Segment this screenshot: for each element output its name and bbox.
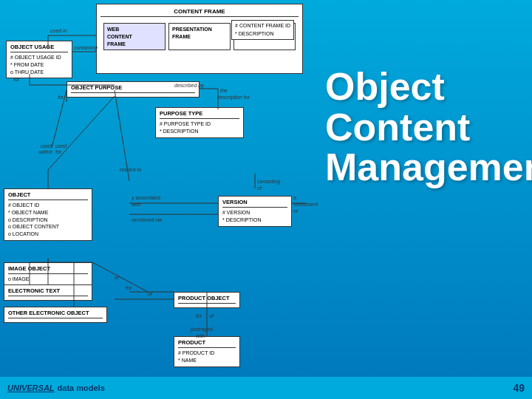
other-electronic-title: OTHER ELECTRONIC OBJECT — [8, 310, 103, 318]
svg-text:consisting: consisting — [257, 179, 280, 185]
purpose-type-title: PURPOSE TYPE — [160, 110, 239, 119]
svg-text:for: for — [126, 285, 132, 290]
product-object-box: PRODUCT OBJECT — [174, 292, 240, 308]
other-electronic-box: OTHER ELECTRONIC OBJECT — [4, 307, 107, 323]
content-frame-title: CONTENT FRAME — [100, 7, 299, 17]
object-box: OBJECT # OBJECT ID * OBJECT NAME o DESCR… — [4, 188, 92, 241]
big-title-line2: Content — [325, 107, 525, 148]
svg-line-20 — [115, 90, 129, 181]
version-box: VERSION # VERSION * DESCRIPTION — [218, 196, 292, 227]
svg-text:containing: containing — [74, 45, 98, 51]
content-frame-id-box: # CONTENT FRAME ID * DESCRIPTION — [231, 20, 294, 40]
big-title-line3: Management — [325, 147, 525, 188]
logo-data-models: data models — [58, 383, 105, 392]
object-attrs: # OBJECT ID * OBJECT NAME o DESCRIPTION … — [8, 202, 88, 238]
object-purpose-box: OBJECT PURPOSE — [66, 81, 200, 98]
electronic-text-box: ELECTRONIC TEXT — [4, 284, 92, 301]
product-attrs: # PRODUCT ID * NAME — [178, 349, 236, 364]
image-object-box: IMAGE OBJECT o IMAGE — [4, 262, 92, 286]
product-box: PRODUCT # PRODUCT ID * NAME — [174, 336, 240, 367]
electronic-text-title: ELECTRONIC TEXT — [8, 287, 88, 296]
svg-text:related to: related to — [120, 167, 141, 172]
object-usage-attrs: # OBJECT USAGE ID * FROM DATE o THRU DAT… — [10, 54, 68, 75]
svg-text:a: a — [293, 195, 296, 200]
presentation-frame-box: PRESENTATION FRAME — [168, 23, 231, 50]
svg-text:description for: description for — [217, 95, 250, 100]
page-number: 49 — [513, 382, 525, 394]
purpose-type-attrs: # PURPOSE TYPE ID * DESCRIPTION — [160, 120, 239, 135]
diagram-area: CONTENT FRAME # CONTENT FRAME ID * DESCR… — [0, 0, 318, 399]
svg-text:the: the — [220, 88, 228, 93]
cf-id-line2: * DESCRIPTION — [235, 30, 290, 38]
svg-text:for: for — [196, 313, 202, 318]
web-content-frame-box: WEB CONTENT FRAME — [103, 23, 166, 50]
purpose-type-box: PURPOSE TYPE # PURPOSE TYPE ID * DESCRIP… — [155, 107, 244, 138]
object-title: OBJECT — [8, 191, 88, 200]
svg-text:y associated: y associated — [131, 195, 161, 201]
svg-text:refinement: refinement — [293, 202, 318, 207]
svg-text:used: used — [55, 143, 67, 149]
svg-text:within: within — [39, 149, 52, 154]
svg-line-23 — [48, 96, 115, 170]
cf-id-line1: # CONTENT FRAME ID — [235, 22, 290, 30]
svg-text:of: of — [115, 275, 120, 280]
svg-text:of: of — [148, 291, 153, 296]
bottom-bar: UNIVERSAL data models 49 — [0, 377, 532, 399]
svg-text:versioned via: versioned via — [132, 217, 162, 222]
svg-line-51 — [92, 262, 148, 292]
big-title: Object Content Management — [325, 66, 525, 188]
svg-text:for: for — [58, 95, 64, 100]
svg-text:used in: used in — [50, 28, 67, 33]
version-attrs: # VERSION * DESCRIPTION — [222, 209, 287, 224]
svg-line-15 — [52, 90, 66, 148]
svg-text:used: used — [41, 143, 52, 149]
product-object-title: PRODUCT OBJECT — [178, 295, 236, 304]
version-title: VERSION — [222, 199, 287, 208]
big-title-line1: Object — [325, 66, 525, 107]
object-purpose-title: OBJECT PURPOSE — [71, 84, 195, 93]
content-frame-box: CONTENT FRAME # CONTENT FRAME ID * DESCR… — [96, 4, 303, 74]
svg-text:of: of — [293, 208, 299, 214]
svg-text:of: of — [209, 313, 214, 318]
product-title: PRODUCT — [178, 339, 236, 348]
svg-text:with: with — [132, 202, 141, 207]
svg-text:of: of — [257, 185, 262, 191]
logo-universal: UNIVERSAL — [7, 383, 55, 392]
object-usage-title: OBJECT USAGE — [10, 44, 68, 52]
logo-area: UNIVERSAL data models — [7, 383, 105, 392]
image-object-title: IMAGE OBJECT — [8, 265, 88, 274]
svg-text:portrayed: portrayed — [190, 327, 214, 332]
image-object-attrs: o IMAGE — [8, 276, 88, 283]
svg-text:for: for — [55, 149, 62, 154]
object-usage-box: OBJECT USAGE # OBJECT USAGE ID * FROM DA… — [6, 41, 72, 78]
